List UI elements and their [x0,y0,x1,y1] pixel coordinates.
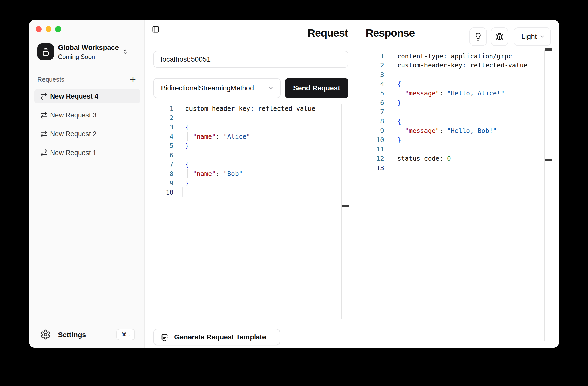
generate-template-label: Generate Request Template [174,333,266,341]
code-line: 2 [145,113,357,123]
response-editor-scrollbar-track [544,50,545,341]
gear-icon [40,329,51,340]
workspace-icon [37,43,54,60]
code-line: 12status-code: 0 [357,154,559,163]
line-number: 10 [145,189,173,196]
code-text: custom-header-key: reflected-value [173,105,315,112]
code-line: 8 "name": "Bob" [145,169,357,178]
method-select[interactable]: BidirectionalStreamingMethod [153,78,281,98]
swap-arrows-icon [40,130,48,138]
code-line: 3 [357,70,559,79]
line-number: 6 [145,151,173,159]
chevron-down-icon [539,34,545,40]
settings-shortcut-badge: ⌘ , [116,329,135,340]
theme-value: Light [521,33,537,41]
bug-icon [495,32,504,41]
request-panel: Request localhost:50051 BidirectionalStr… [145,20,357,348]
code-text: } [384,99,401,106]
lightbulb-icon [474,32,482,41]
sidebar-request-item[interactable]: New Request 4 [34,89,140,103]
response-editor-scrollbar-thumb[interactable] [545,159,552,161]
sidebar-request-item[interactable]: New Request 1 [34,146,140,160]
send-request-button[interactable]: Send Request [285,78,348,98]
line-number: 1 [357,52,384,60]
indent-guide [187,132,188,141]
code-text: { [384,118,401,125]
chevrons-up-down-icon [122,48,128,56]
line-number: 13 [357,164,384,172]
workspace-switcher[interactable]: Global Workspace Coming Soon [37,43,139,60]
code-text: status-code: 0 [384,155,451,162]
swap-arrows-icon [40,111,48,119]
line-number: 6 [357,99,384,106]
line-number: 7 [145,161,173,168]
code-line: 9 "message": "Hello, Bob!" [357,126,559,135]
line-number: 11 [357,146,384,153]
add-request-button[interactable]: + [130,74,136,85]
generate-template-button[interactable]: Generate Request Template [153,329,280,345]
debug-button[interactable] [491,27,508,46]
request-title: Request [307,27,348,39]
indent-guide [400,89,400,98]
code-text: "message": "Hello, Bob!" [384,127,497,134]
code-line: 4{ [357,79,559,89]
line-number: 2 [357,62,384,69]
sidebar-request-item[interactable]: New Request 2 [34,127,140,141]
line-number: 7 [357,108,384,116]
workspace-name: Global Workspace [58,44,119,52]
request-editor-scrollbar-track [341,104,342,319]
code-text: content-type: application/grpc [384,52,512,60]
response-editor[interactable]: 1content-type: application/grpc2custom-h… [357,51,559,173]
request-editor-scrollbar-thumb[interactable] [342,205,349,207]
workspace-subtitle: Coming Soon [58,53,119,60]
line-number: 4 [145,133,173,140]
theme-select[interactable]: Light [514,27,551,46]
line-number: 5 [145,142,173,149]
chevron-down-icon [267,85,274,91]
code-line: 6 [145,150,357,160]
template-icon [160,333,169,341]
minimize-window-button[interactable] [46,26,51,32]
line-number: 10 [357,136,384,144]
code-text: { [173,161,189,168]
line-number: 4 [357,80,384,88]
code-line: 5} [145,141,357,150]
response-editor-scrollbar-thumb[interactable] [545,48,552,51]
traffic-lights [36,26,61,32]
request-item-label: New Request 4 [50,92,98,100]
code-text: custom-header-key: reflected-value [384,62,527,69]
code-line: 7 [357,107,559,117]
method-value: BidirectionalStreamingMethod [161,84,254,92]
line-number: 8 [357,118,384,125]
line-number: 5 [357,90,384,97]
request-list: New Request 4 New Request 3 New Request … [34,89,140,164]
send-request-label: Send Request [293,84,340,92]
code-line: 2custom-header-key: reflected-value [357,61,559,70]
line-number: 3 [357,71,384,78]
code-line: 11 [357,145,559,154]
code-text: { [173,123,189,131]
indent-guide [400,126,400,135]
request-item-label: New Request 3 [50,111,96,119]
zoom-window-button[interactable] [55,26,61,32]
line-number: 1 [145,105,173,112]
hint-button[interactable] [469,27,487,46]
request-item-label: New Request 1 [50,149,96,157]
code-line: 1content-type: application/grpc [357,51,559,61]
server-url-input[interactable]: localhost:50051 [153,51,348,68]
settings-button[interactable]: Settings ⌘ , [29,327,145,343]
line-number: 12 [357,155,384,162]
requests-label: Requests [37,76,64,83]
sidebar-toggle-icon[interactable] [152,25,159,33]
line-number: 9 [357,127,384,134]
workspace-text: Global Workspace Coming Soon [58,44,119,60]
response-title: Response [366,27,415,39]
code-line: 3{ [145,122,357,132]
swap-arrows-icon [40,92,48,100]
request-editor[interactable]: 1custom-header-key: reflected-value23{4 … [145,104,357,197]
sidebar-request-item[interactable]: New Request 3 [34,108,140,122]
desktop-background: Global Workspace Coming Soon Requests + … [0,0,588,386]
code-text: "name": "Alice" [173,133,250,140]
close-window-button[interactable] [36,26,42,32]
code-line: 4 "name": "Alice" [145,132,357,141]
